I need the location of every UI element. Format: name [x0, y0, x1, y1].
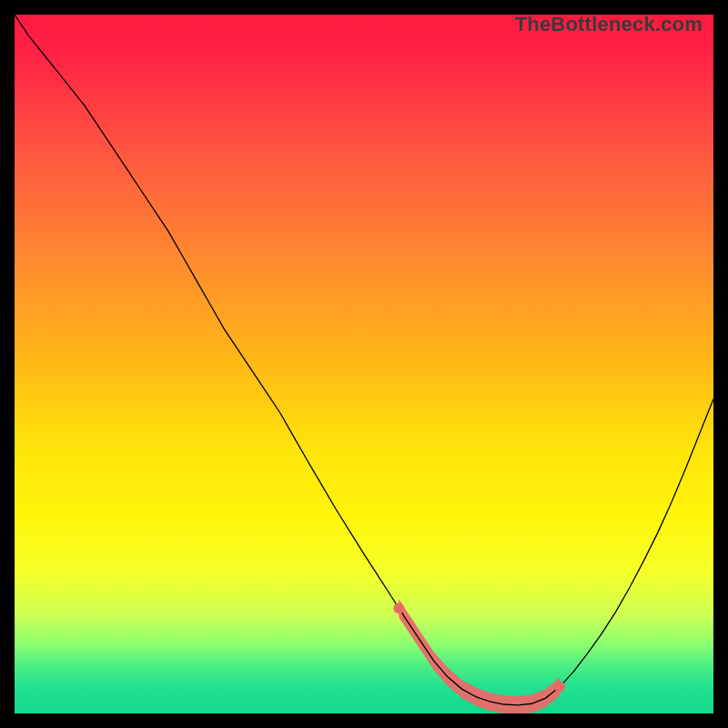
bottleneck-curve	[15, 15, 713, 705]
confidence-band-cap-right	[554, 682, 565, 693]
chart-plot	[15, 15, 713, 713]
watermark-text: TheBottleneck.com	[515, 13, 703, 36]
chart-frame: TheBottleneck.com	[15, 15, 713, 713]
confidence-band-cap-left	[393, 602, 404, 613]
confidence-band	[399, 599, 560, 713]
